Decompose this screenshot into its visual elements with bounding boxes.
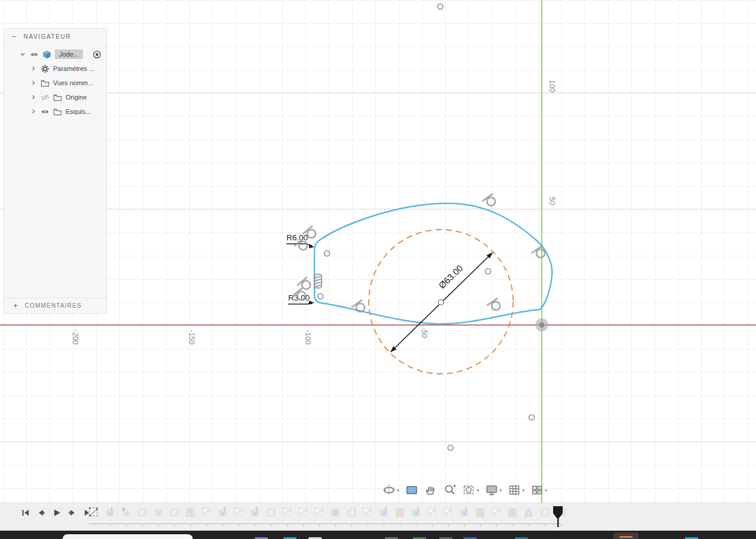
tree-item-label[interactable]: Paramètres ... bbox=[53, 65, 94, 72]
extrude-feature-icon[interactable] bbox=[217, 507, 228, 518]
tangent-constraint-icon[interactable] bbox=[351, 300, 368, 315]
circle-center-point[interactable] bbox=[439, 300, 444, 305]
timeline-playhead[interactable] bbox=[553, 506, 563, 528]
taskbar-active-app[interactable] bbox=[613, 532, 638, 539]
grid-settings-icon bbox=[508, 484, 521, 497]
tree-item-label[interactable]: Esquis... bbox=[66, 108, 91, 115]
sketch-point[interactable] bbox=[438, 4, 443, 10]
tree-item-parameters[interactable]: Paramètres ... bbox=[5, 61, 106, 76]
hole-feature-icon[interactable] bbox=[330, 507, 341, 518]
extrude-feature-icon[interactable] bbox=[411, 507, 421, 518]
extrude-feature-icon[interactable] bbox=[378, 507, 389, 518]
tree-item-label[interactable]: Origine bbox=[66, 94, 87, 101]
chamfer-feature-icon[interactable] bbox=[346, 507, 357, 518]
sketch-canvas[interactable]: -200 -150 -100 -50 50 100 Ø63.00 R6.00 bbox=[0, 0, 756, 503]
folder-icon bbox=[41, 79, 50, 88]
document-name[interactable]: Jode... bbox=[55, 49, 83, 59]
chevron-right-icon[interactable] bbox=[30, 65, 37, 72]
sketch-feature-icon[interactable] bbox=[443, 507, 453, 518]
collapse-panel-icon[interactable]: − bbox=[12, 33, 17, 41]
tree-item-document[interactable]: Jode... bbox=[5, 47, 106, 61]
sketch-feature-icon[interactable] bbox=[427, 507, 437, 518]
expand-comments-icon[interactable]: + bbox=[13, 301, 18, 310]
radius-bottom-label[interactable]: R3.00 bbox=[288, 293, 310, 302]
windows-taskbar bbox=[0, 531, 756, 539]
extrude-feature-icon[interactable] bbox=[104, 507, 115, 518]
tangent-constraint-icon[interactable] bbox=[532, 246, 548, 261]
tangent-constraint-icon[interactable] bbox=[482, 194, 498, 209]
sketch-feature-icon[interactable] bbox=[201, 507, 212, 518]
play-button[interactable] bbox=[51, 507, 62, 518]
tangent-constraint-icon[interactable] bbox=[487, 298, 503, 314]
delete-feature-icon[interactable] bbox=[121, 507, 131, 518]
viewports-menu-caret[interactable]: ▾ bbox=[545, 488, 547, 493]
eye-icon[interactable] bbox=[41, 107, 50, 116]
sketch-active-feature-icon[interactable] bbox=[88, 507, 99, 518]
eye-off-icon[interactable] bbox=[41, 93, 50, 102]
pan-button[interactable] bbox=[422, 482, 439, 498]
radius-top-label[interactable]: R6.00 bbox=[286, 233, 308, 242]
x-axis-label: -150 bbox=[187, 330, 196, 345]
sketch-feature-icon[interactable] bbox=[491, 507, 502, 518]
orbit-button[interactable]: ▾ bbox=[381, 482, 401, 498]
tree-item-label[interactable]: Vues nomm... bbox=[53, 79, 93, 86]
grid-settings-button[interactable]: ▾ bbox=[506, 482, 526, 498]
display-settings-button[interactable]: ▾ bbox=[483, 482, 504, 498]
orbit-menu-caret[interactable]: ▾ bbox=[397, 488, 399, 493]
step-back-button[interactable] bbox=[36, 507, 47, 518]
diameter-dimension-label[interactable]: Ø63.00 bbox=[437, 263, 465, 290]
look-at-icon bbox=[405, 484, 418, 497]
sketch-feature-icon[interactable] bbox=[233, 507, 244, 518]
zoom-magnifier-icon bbox=[443, 484, 456, 497]
sketch-point[interactable] bbox=[318, 294, 323, 299]
sketch-profile-curve[interactable] bbox=[314, 203, 552, 324]
sketch-point[interactable] bbox=[486, 269, 491, 274]
taskbar-search-box[interactable] bbox=[63, 534, 193, 539]
fillet-feature-icon[interactable] bbox=[137, 507, 147, 518]
sketch-point[interactable] bbox=[529, 415, 535, 420]
origin-point[interactable] bbox=[535, 318, 548, 332]
split-feature-icon[interactable] bbox=[394, 507, 405, 518]
chevron-right-icon[interactable] bbox=[30, 108, 37, 115]
sketch-feature-icon[interactable] bbox=[314, 507, 325, 518]
split-feature-icon[interactable] bbox=[185, 507, 196, 518]
go-to-start-button[interactable] bbox=[20, 507, 31, 518]
tree-item-named-views[interactable]: Vues nomm... bbox=[5, 76, 106, 90]
active-app-icon[interactable] bbox=[619, 536, 632, 538]
zoom-button[interactable] bbox=[442, 482, 458, 498]
fusion-window: -200 -150 -100 -50 50 100 Ø63.00 R6.00 bbox=[0, 0, 756, 539]
window-zoom-button[interactable]: ▾ bbox=[461, 482, 481, 498]
hatch-constraint-icon[interactable] bbox=[314, 274, 322, 288]
extrude-feature-icon[interactable] bbox=[459, 507, 470, 518]
grid-settings-menu-caret[interactable]: ▾ bbox=[522, 488, 524, 493]
activate-component-radio-icon[interactable] bbox=[92, 50, 101, 59]
x-axis-label: -100 bbox=[304, 330, 312, 345]
display-settings-menu-caret[interactable]: ▾ bbox=[499, 488, 502, 493]
sketch-point[interactable] bbox=[448, 445, 453, 451]
look-at-button[interactable] bbox=[403, 482, 420, 498]
split-feature-icon[interactable] bbox=[507, 507, 518, 518]
chevron-right-icon[interactable] bbox=[30, 79, 37, 86]
fillet-feature-icon[interactable] bbox=[169, 507, 180, 518]
sketch-point[interactable] bbox=[325, 251, 330, 256]
loft-feature-icon[interactable] bbox=[523, 507, 534, 518]
fillet-feature-icon[interactable] bbox=[539, 507, 550, 518]
sketch-feature-icon[interactable] bbox=[282, 507, 292, 518]
box-feature-icon[interactable] bbox=[153, 507, 163, 518]
fillet-feature-icon[interactable] bbox=[266, 507, 276, 518]
timeline-track[interactable] bbox=[88, 523, 560, 524]
chevron-down-icon[interactable] bbox=[19, 51, 26, 58]
chevron-right-icon[interactable] bbox=[30, 94, 37, 101]
sketch-feature-icon[interactable] bbox=[298, 507, 308, 518]
split-feature-icon[interactable] bbox=[475, 507, 486, 518]
window-zoom-menu-caret[interactable]: ▾ bbox=[477, 488, 479, 493]
extrude-feature-icon[interactable] bbox=[249, 507, 260, 518]
tree-item-sketches[interactable]: Esquis... bbox=[5, 104, 106, 119]
comments-section[interactable]: + COMMENTAIRES bbox=[5, 298, 106, 313]
viewports-button[interactable]: ▾ bbox=[529, 482, 549, 498]
x-axis-label: -50 bbox=[420, 327, 428, 338]
sketch-feature-icon[interactable] bbox=[362, 507, 373, 518]
tree-item-origin[interactable]: Origine bbox=[5, 90, 106, 104]
eye-icon[interactable] bbox=[30, 50, 39, 59]
step-forward-button[interactable] bbox=[67, 507, 78, 518]
